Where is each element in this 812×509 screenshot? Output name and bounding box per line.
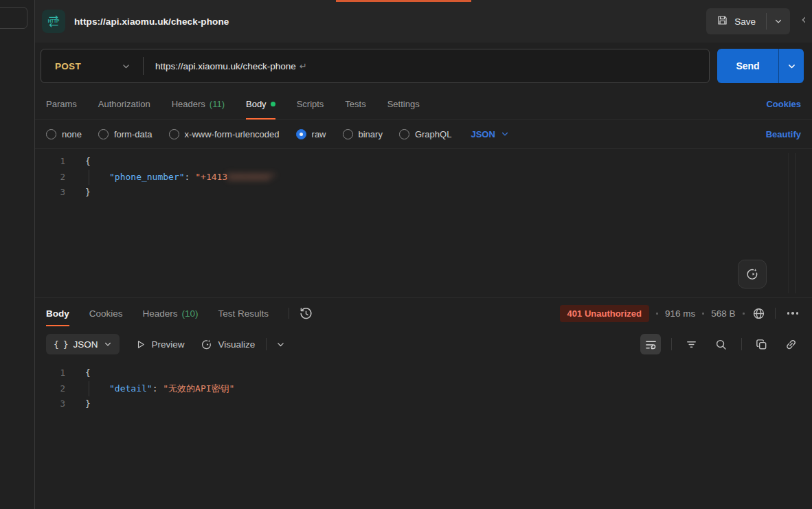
- search-button[interactable]: [710, 334, 731, 354]
- tab-settings[interactable]: Settings: [387, 89, 420, 119]
- chevron-down-icon: [501, 130, 509, 138]
- beautify-link[interactable]: Beautify: [766, 129, 801, 139]
- response-tab-body[interactable]: Body: [46, 298, 69, 328]
- copy-icon: [755, 338, 768, 351]
- tab-label: Authorization: [98, 99, 150, 109]
- active-tab-indicator: [336, 0, 471, 2]
- save-icon: [717, 14, 728, 28]
- cookies-link[interactable]: Cookies: [766, 99, 801, 109]
- save-button[interactable]: Save: [706, 8, 766, 34]
- code-content: "detail": "无效的API密钥": [85, 381, 234, 397]
- layout-toggle-icon[interactable]: [800, 15, 805, 27]
- json-colon: :: [153, 383, 163, 394]
- line-number: 2: [35, 381, 65, 397]
- more-options-button[interactable]: [785, 309, 802, 317]
- tab-authorization[interactable]: Authorization: [98, 89, 150, 119]
- filter-icon: [685, 338, 698, 351]
- radio-none[interactable]: none: [46, 129, 82, 139]
- radio-x-www-form-urlencoded[interactable]: x-www-form-urlencoded: [169, 129, 280, 139]
- tab-headers[interactable]: Headers(11): [172, 89, 225, 119]
- save-options-button[interactable]: [767, 8, 790, 34]
- http-request-icon: HTTP: [42, 10, 65, 33]
- status-badge[interactable]: 401 Unauthorized: [560, 305, 649, 322]
- radio-circle-selected: [296, 129, 306, 139]
- radio-circle: [399, 129, 409, 139]
- copy-button[interactable]: [751, 334, 771, 354]
- tab-label: Body: [246, 99, 267, 109]
- response-body-editor[interactable]: 1 { 2 "detail": "无效的API密钥" 3 }: [35, 360, 812, 509]
- url-builder-row: POST https://api.xiaomu.uk/check-phone↵ …: [35, 43, 812, 89]
- indent-guide: [89, 170, 89, 185]
- request-body-editor[interactable]: 1 { 2 "phone_number": "+14135XXXXXX" 3 }: [35, 148, 812, 297]
- share-link-button[interactable]: [780, 334, 801, 354]
- radio-circle: [46, 129, 56, 139]
- editor-scrollbar-track[interactable]: [788, 153, 789, 293]
- line-number: 1: [35, 154, 65, 170]
- chevron-down-icon: [122, 62, 131, 71]
- response-header: Body Cookies Headers(10) Test Results 40…: [35, 297, 812, 328]
- radio-circle: [343, 129, 353, 139]
- response-time[interactable]: 916 ms: [665, 308, 695, 319]
- response-tab-cookies[interactable]: Cookies: [89, 298, 123, 328]
- postbot-icon: [745, 267, 760, 282]
- save-split-button: Save: [706, 8, 790, 34]
- radio-form-data[interactable]: form-data: [98, 129, 153, 139]
- radio-raw[interactable]: raw: [296, 129, 326, 139]
- send-split-button: Send: [717, 49, 804, 83]
- divider: [741, 338, 742, 350]
- tab-label: Params: [46, 99, 77, 109]
- request-title: https://api.xiaomu.uk/check-phone: [74, 16, 229, 27]
- radio-label: x-www-form-urlencoded: [185, 129, 280, 139]
- format-options-button[interactable]: [276, 340, 285, 349]
- url-container: POST https://api.xiaomu.uk/check-phone↵: [41, 49, 710, 83]
- wrap-text-button[interactable]: [640, 334, 661, 354]
- method-label: POST: [55, 61, 81, 71]
- tab-scripts[interactable]: Scripts: [297, 89, 324, 119]
- network-globe-icon[interactable]: [752, 306, 766, 321]
- preview-button[interactable]: Preview: [135, 339, 185, 350]
- tab-body[interactable]: Body: [246, 89, 275, 119]
- editor-scrollbar[interactable]: [795, 153, 796, 293]
- code-line: 3 }: [35, 396, 812, 412]
- postbot-button[interactable]: [738, 260, 767, 289]
- visualize-icon: [200, 338, 213, 351]
- radio-label: binary: [359, 129, 383, 139]
- radio-graphql[interactable]: GraphQL: [399, 129, 451, 139]
- method-select[interactable]: POST: [41, 49, 143, 82]
- response-tab-test-results[interactable]: Test Results: [218, 298, 269, 328]
- tab-label: Test Results: [218, 308, 269, 319]
- url-input[interactable]: https://api.xiaomu.uk/check-phone↵: [144, 61, 319, 71]
- request-title-bar: HTTP https://api.xiaomu.uk/check-phone S…: [35, 0, 812, 43]
- tab-label: Tests: [345, 99, 365, 109]
- wrap-text-icon: [644, 338, 657, 351]
- svg-text:HTTP: HTTP: [48, 19, 60, 23]
- chevron-down-icon: [104, 340, 112, 348]
- response-tools: [640, 334, 801, 354]
- dot-separator: [743, 313, 745, 315]
- postman-app: HTTP https://api.xiaomu.uk/check-phone S…: [0, 0, 812, 509]
- filter-button[interactable]: [681, 334, 701, 354]
- send-button[interactable]: Send: [717, 49, 778, 83]
- body-modified-dot: [271, 102, 275, 106]
- play-icon: [135, 339, 146, 350]
- code-line: 1 {: [35, 154, 812, 170]
- send-options-button[interactable]: [779, 49, 804, 83]
- headers-count: (10): [182, 308, 199, 319]
- response-format-label: JSON: [73, 339, 98, 350]
- tab-tests[interactable]: Tests: [345, 89, 365, 119]
- json-value-redacted: 5XXXXXX": [227, 172, 276, 182]
- visualize-button[interactable]: Visualize: [200, 338, 256, 351]
- response-size[interactable]: 568 B: [711, 308, 735, 319]
- json-colon: :: [185, 172, 196, 182]
- line-number: 3: [35, 185, 65, 201]
- response-format-select[interactable]: { } JSON: [46, 334, 120, 354]
- raw-format-select[interactable]: JSON: [471, 129, 508, 139]
- response-tab-headers[interactable]: Headers(10): [143, 298, 199, 328]
- tab-params[interactable]: Params: [46, 89, 77, 119]
- json-key: "detail": [109, 383, 153, 394]
- code-content: {: [85, 365, 91, 381]
- sidebar-collapsed-item[interactable]: [0, 7, 27, 29]
- tab-label: Cookies: [89, 308, 123, 319]
- response-history-button[interactable]: [299, 298, 313, 328]
- radio-binary[interactable]: binary: [343, 129, 383, 139]
